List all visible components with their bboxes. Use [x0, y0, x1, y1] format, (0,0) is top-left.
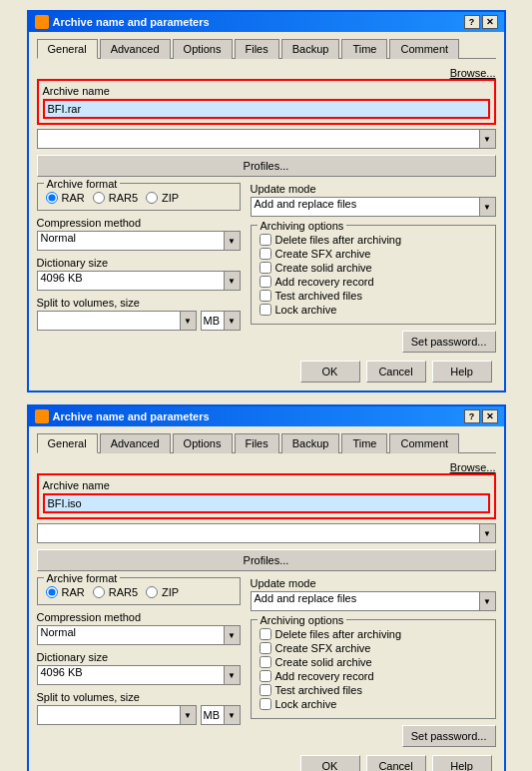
checkbox-recovery-2[interactable]	[260, 670, 271, 682]
tab-backup-1[interactable]: Backup	[281, 39, 340, 59]
help-titlebar-btn-1[interactable]: ?	[464, 15, 480, 29]
set-password-btn-2[interactable]: Set password...	[402, 725, 496, 747]
checkbox-lock-1[interactable]	[260, 304, 271, 316]
checkbox-row-1-2: Create solid archive	[260, 262, 487, 274]
update-mode-value-2: Add and replace files	[252, 592, 479, 610]
split-input-arrow-1[interactable]: ▼	[180, 312, 196, 330]
update-mode-value-1: Add and replace files	[252, 198, 479, 216]
dictionary-value-1: 4096 KB	[38, 272, 224, 290]
rar5-radio-group-1: RAR5	[93, 192, 138, 204]
tab-options-2[interactable]: Options	[173, 433, 233, 453]
tab-time-2[interactable]: Time	[341, 433, 387, 453]
archive-dropdown-arrow-2[interactable]: ▼	[479, 524, 495, 542]
checkbox-delete-1[interactable]	[260, 234, 271, 246]
dictionary-arrow-2[interactable]: ▼	[224, 666, 240, 684]
dialog-2: Archive name and parameters ? ✕ General …	[27, 404, 506, 771]
archive-name-input-2[interactable]	[43, 493, 490, 513]
zip-radio-2[interactable]	[146, 586, 158, 598]
help-button-2[interactable]: Help	[432, 755, 492, 771]
rar-radio-group-1: RAR	[46, 192, 85, 204]
tab-bar-2: General Advanced Options Files Backup Ti…	[37, 432, 496, 453]
split-input-1[interactable]	[38, 312, 180, 330]
profiles-button-2[interactable]: Profiles...	[37, 549, 496, 571]
close-btn-2[interactable]: ✕	[482, 409, 498, 423]
split-label-2: Split to volumes, size	[37, 691, 241, 703]
close-btn-1[interactable]: ✕	[482, 15, 498, 29]
tab-advanced-1[interactable]: Advanced	[100, 39, 171, 59]
archive-name-input-1[interactable]	[43, 99, 490, 119]
dictionary-arrow-1[interactable]: ▼	[224, 272, 240, 290]
tab-general-2[interactable]: General	[37, 433, 98, 453]
dialog-1: Archive name and parameters ? ✕ General …	[27, 10, 506, 392]
split-unit-arrow-2[interactable]: ▼	[224, 706, 240, 724]
set-password-btn-1[interactable]: Set password...	[402, 331, 496, 353]
checkbox-sfx-2[interactable]	[260, 642, 271, 654]
profiles-button-1[interactable]: Profiles...	[37, 155, 496, 177]
tab-files-2[interactable]: Files	[235, 433, 279, 453]
checkbox-recovery-1[interactable]	[260, 276, 271, 288]
dialog-content-2: General Advanced Options Files Backup Ti…	[29, 426, 504, 771]
checkbox-lock-label-1: Lock archive	[275, 304, 337, 316]
checkbox-test-2[interactable]	[260, 684, 271, 696]
update-mode-label-1: Update mode	[251, 183, 496, 195]
cancel-button-1[interactable]: Cancel	[366, 361, 426, 383]
tab-backup-2[interactable]: Backup	[281, 433, 340, 453]
help-titlebar-btn-2[interactable]: ?	[464, 409, 480, 423]
checkbox-row-1-0: Delete files after archiving	[260, 234, 487, 246]
dialog-title-2: Archive name and parameters	[53, 410, 210, 422]
browse-button-2[interactable]: Browse...	[450, 461, 496, 473]
archiving-options-fieldset-1: Archiving options Delete files after arc…	[251, 225, 496, 325]
archive-dropdown-arrow-1[interactable]: ▼	[479, 130, 495, 148]
title-bar-left-2: Archive name and parameters	[35, 409, 210, 423]
tab-advanced-2[interactable]: Advanced	[100, 433, 171, 453]
format-row-2: RAR RAR5 ZIP	[46, 586, 232, 598]
update-mode-arrow-2[interactable]: ▼	[479, 592, 495, 610]
tab-comment-1[interactable]: Comment	[389, 39, 459, 59]
tab-general-1[interactable]: General	[37, 39, 98, 59]
archive-name-label-1: Archive name	[43, 85, 490, 97]
update-mode-arrow-1[interactable]: ▼	[479, 198, 495, 216]
split-unit-arrow-1[interactable]: ▼	[224, 312, 240, 330]
checkbox-row-2-2: Create solid archive	[260, 656, 487, 668]
checkbox-row-2-5: Lock archive	[260, 698, 487, 710]
compression-arrow-1[interactable]: ▼	[224, 232, 240, 250]
split-input-arrow-2[interactable]: ▼	[180, 706, 196, 724]
rar-label-2: RAR	[62, 586, 85, 598]
checkbox-lock-2[interactable]	[260, 698, 271, 710]
checkbox-sfx-1[interactable]	[260, 248, 271, 260]
checkbox-delete-2[interactable]	[260, 628, 271, 640]
rar5-label-1: RAR5	[109, 192, 138, 204]
checkbox-solid-1[interactable]	[260, 262, 271, 274]
app-icon-1	[35, 15, 49, 29]
checkbox-test-1[interactable]	[260, 290, 271, 302]
rar5-radio-2[interactable]	[93, 586, 105, 598]
tab-comment-2[interactable]: Comment	[389, 433, 459, 453]
split-label-1: Split to volumes, size	[37, 297, 241, 309]
cancel-button-2[interactable]: Cancel	[366, 755, 426, 771]
tab-files-1[interactable]: Files	[235, 39, 279, 59]
dialog-content-1: General Advanced Options Files Backup Ti…	[29, 32, 504, 390]
zip-radio-group-2: ZIP	[146, 586, 179, 598]
rar5-radio-1[interactable]	[93, 192, 105, 204]
split-input-2[interactable]	[38, 706, 180, 724]
checkbox-row-1-1: Create SFX archive	[260, 248, 487, 260]
help-button-1[interactable]: Help	[432, 361, 492, 383]
checkbox-row-2-0: Delete files after archiving	[260, 628, 487, 640]
split-row-2: ▼ MB ▼	[37, 705, 241, 725]
compression-arrow-2[interactable]: ▼	[224, 626, 240, 644]
archive-name-label-2: Archive name	[43, 479, 490, 491]
checkbox-solid-2[interactable]	[260, 656, 271, 668]
tab-options-1[interactable]: Options	[173, 39, 233, 59]
ok-button-2[interactable]: OK	[300, 755, 360, 771]
col-left-2: Archive format RAR RAR5 ZIP	[37, 577, 241, 747]
two-col-1: Archive format RAR RAR5 ZIP	[37, 183, 496, 353]
archive-format-legend-1: Archive format	[44, 178, 121, 190]
zip-radio-1[interactable]	[146, 192, 158, 204]
rar-radio-1[interactable]	[46, 192, 58, 204]
browse-button-1[interactable]: Browse...	[450, 67, 496, 79]
ok-button-1[interactable]: OK	[300, 361, 360, 383]
checkbox-lock-label-2: Lock archive	[275, 698, 337, 710]
rar-radio-group-2: RAR	[46, 586, 85, 598]
rar-radio-2[interactable]	[46, 586, 58, 598]
tab-time-1[interactable]: Time	[341, 39, 387, 59]
